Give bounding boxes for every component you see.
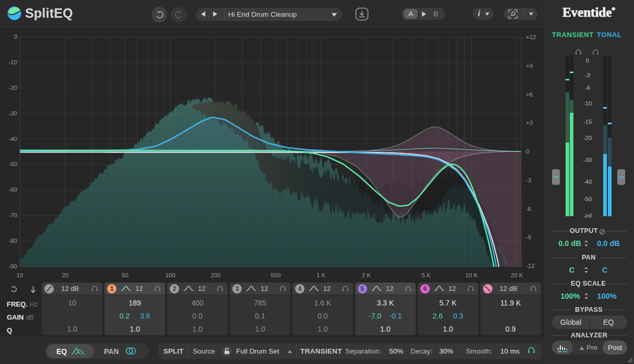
- svg-text:-30: -30: [8, 110, 17, 116]
- svg-text:+6: +6: [526, 91, 533, 98]
- svg-text:-80: -80: [8, 238, 17, 244]
- svg-text:-10: -10: [8, 59, 17, 65]
- svg-text:0: 0: [526, 148, 529, 155]
- svg-text:2 K: 2 K: [362, 272, 371, 278]
- svg-text:200: 200: [211, 272, 221, 278]
- svg-text:-12: -12: [526, 263, 535, 269]
- svg-text:-40: -40: [8, 136, 17, 142]
- svg-text:-6: -6: [526, 206, 531, 212]
- svg-text:500: 500: [271, 272, 280, 278]
- svg-text:10 K: 10 K: [465, 272, 478, 278]
- svg-text:-50: -50: [8, 161, 17, 167]
- svg-text:-90: -90: [8, 263, 17, 269]
- svg-text:-60: -60: [8, 186, 17, 193]
- svg-text:0: 0: [14, 33, 17, 40]
- svg-text:50: 50: [122, 272, 128, 278]
- svg-text:-9: -9: [526, 234, 531, 240]
- svg-text:+9: +9: [526, 63, 533, 69]
- svg-text:+12: +12: [526, 34, 536, 40]
- svg-text:+3: +3: [526, 120, 533, 126]
- svg-text:-70: -70: [8, 212, 17, 218]
- svg-text:5 K: 5 K: [421, 272, 431, 278]
- svg-text:-20: -20: [8, 85, 17, 91]
- svg-text:100: 100: [166, 272, 175, 278]
- svg-text:20 K: 20 K: [511, 272, 523, 278]
- svg-text:20: 20: [62, 272, 68, 278]
- svg-text:10: 10: [17, 272, 24, 278]
- svg-text:-3: -3: [526, 177, 531, 183]
- svg-text:1 K: 1 K: [316, 272, 326, 278]
